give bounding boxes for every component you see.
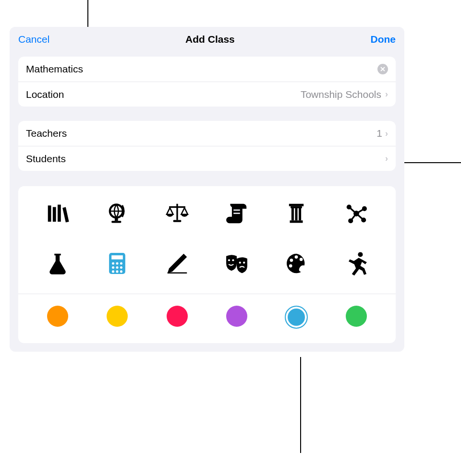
students-label: Students [26,153,385,165]
callout-line-bottom [300,357,301,453]
pencil-icon[interactable] [147,250,207,276]
svg-rect-1 [115,217,118,221]
column-icon[interactable] [267,201,326,226]
chevron-right-icon: › [385,129,388,139]
svg-rect-4 [169,206,185,208]
class-name-row [18,57,396,82]
svg-point-25 [116,266,119,269]
books-icon[interactable] [28,201,87,226]
molecule-icon[interactable] [327,201,386,226]
svg-point-26 [120,266,122,269]
chevron-right-icon: › [385,89,388,99]
teachers-row[interactable]: Teachers 1 › [18,121,396,146]
teachers-label: Teachers [26,128,376,139]
color-blue[interactable] [285,306,308,329]
masks-icon[interactable] [207,250,267,276]
svg-rect-12 [299,208,302,220]
calculator-icon[interactable] [87,250,147,276]
svg-rect-20 [112,255,123,259]
svg-point-36 [300,258,303,261]
runner-icon[interactable] [327,250,386,276]
flask-icon[interactable] [28,250,87,276]
icon-grid [18,186,396,286]
clear-text-button[interactable] [377,64,388,74]
location-value: Township Schools [301,89,381,100]
appearance-section [18,186,396,343]
svg-point-33 [243,262,245,263]
svg-rect-11 [295,208,298,220]
svg-point-24 [112,266,115,269]
palette-icon[interactable] [267,250,326,276]
class-info-section: Location Township Schools › [18,57,396,107]
scales-icon[interactable] [147,201,207,226]
cancel-button[interactable]: Cancel [18,34,49,45]
svg-point-31 [232,259,234,261]
location-label: Location [26,89,301,100]
color-orange[interactable] [47,306,68,327]
globe-icon[interactable] [87,201,147,226]
members-section: Teachers 1 › Students › [18,121,396,171]
modal-header: Cancel Add Class Done [10,27,404,52]
svg-rect-7 [233,213,240,214]
svg-rect-13 [290,220,303,223]
close-icon [380,67,385,71]
svg-rect-2 [112,221,121,223]
color-purple[interactable] [226,306,247,327]
svg-point-29 [120,270,122,273]
modal-title: Add Class [185,34,235,45]
svg-rect-10 [291,208,294,220]
svg-point-38 [358,252,363,257]
svg-point-37 [289,264,292,268]
svg-point-21 [112,262,115,264]
chevron-right-icon: › [385,154,388,164]
add-class-modal: Cancel Add Class Done Location Township … [10,27,404,352]
students-row[interactable]: Students › [18,146,396,171]
svg-point-34 [290,259,293,262]
color-pink[interactable] [167,306,188,327]
svg-rect-5 [173,220,181,222]
svg-point-22 [116,262,119,264]
svg-point-23 [120,262,122,264]
scroll-icon[interactable] [207,201,267,226]
svg-point-28 [116,270,119,273]
color-row [18,294,396,343]
teachers-count: 1 [376,128,382,139]
svg-point-35 [295,255,298,259]
class-name-input[interactable] [26,63,377,75]
svg-rect-9 [291,206,303,208]
svg-point-32 [239,262,241,263]
svg-point-30 [228,259,230,261]
color-green[interactable] [346,306,367,327]
done-button[interactable]: Done [370,34,396,45]
svg-rect-6 [233,210,240,211]
color-yellow[interactable] [107,306,128,327]
svg-rect-8 [289,204,303,206]
svg-point-27 [112,270,115,273]
location-row[interactable]: Location Township Schools › [18,82,396,107]
callout-line-right [404,162,461,163]
